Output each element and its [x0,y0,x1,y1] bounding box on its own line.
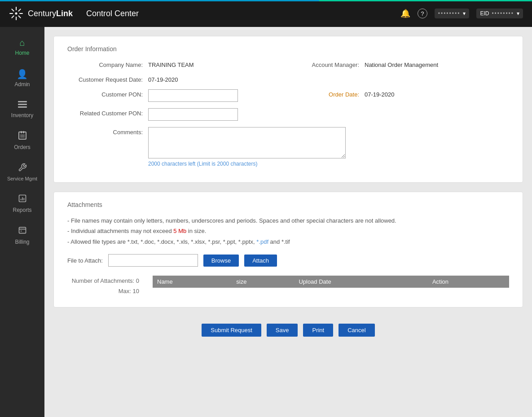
attachments-panel: Attachments - File names may contain onl… [53,192,523,307]
service-mgmt-icon [18,163,27,174]
sidebar-label-inventory: Inventory [11,112,33,119]
svg-rect-10 [18,104,27,105]
sidebar-label-reports: Reports [13,207,31,213]
svg-rect-12 [19,132,26,139]
content-area: Order Information Company Name: TRAINING… [44,27,532,417]
sidebar-label-home: Home [15,50,29,56]
sidebar-item-home[interactable]: ⌂ Home [0,31,44,62]
app-title: Control Center [86,9,139,18]
related-pon-label: Related Customer PON: [67,108,148,117]
svg-line-5 [12,9,13,11]
file-attach-row: File to Attach: Browse Attach [67,254,509,267]
file-to-attach-label: File to Attach: [67,257,103,264]
inventory-icon [18,100,27,110]
attachment-rule-3: - Allowed file types are *.txt, *.doc, *… [67,237,509,247]
sidebar-label-billing: Billing [15,239,29,245]
company-name-label: Company Name: [67,60,148,68]
attachments-table-section: Number of Attachments: 0 Max: 10 Name si… [67,276,509,298]
admin-icon: 👤 [17,69,28,79]
svg-rect-14 [23,131,24,133]
number-of-attachments: Number of Attachments: 0 [67,277,139,284]
order-date-label: Order Date: [293,89,365,98]
customer-pon-label: Customer PON: [67,89,148,98]
order-date-value: 07-19-2020 [365,89,395,98]
account-selector[interactable]: •••••••• ▾ [435,9,470,18]
attach-button[interactable]: Attach [244,255,277,267]
char-limit-text: 2000 characters left (Limit is 2000 char… [148,161,346,167]
billing-icon [18,226,27,237]
reports-icon [18,194,27,205]
eid-selector[interactable]: EID •••••••• ▾ [476,9,523,18]
col-upload-date: Upload Date [294,276,428,288]
company-name-value: TRAINING TEAM [148,60,194,68]
main-layout: ⌂ Home 👤 Admin Inventory [0,27,532,417]
customer-request-date-value: 07-19-2020 [148,75,178,83]
sidebar-label-service-mgmt: Service Mgmt [7,176,37,181]
submit-request-button[interactable]: Submit Request [202,324,261,337]
account-label: •••••••• [438,10,461,17]
cancel-button[interactable]: Cancel [339,324,374,337]
sidebar-item-reports[interactable]: Reports [0,188,44,219]
sidebar-item-service-mgmt[interactable]: Service Mgmt [0,157,44,188]
svg-point-0 [15,13,18,15]
related-pon-row: Related Customer PON: [67,108,509,121]
customer-request-date-label: Customer Request Date: [67,75,148,83]
col-action: Action [428,276,509,288]
order-info-title: Order Information [67,45,509,53]
help-icon[interactable]: ? [418,9,427,18]
attachment-rule-1: - File names may contain only letters, n… [67,215,509,226]
sidebar-item-billing[interactable]: Billing [0,219,44,251]
sidebar-label-admin: Admin [14,81,30,88]
order-info-panel: Order Information Company Name: TRAINING… [53,36,523,183]
account-chevron: ▾ [463,10,466,17]
sidebar-label-orders: Orders [14,144,31,150]
customer-pon-row: Customer PON: Order Date: 07-19-2020 [67,89,509,102]
eid-value: •••••••• [492,10,514,17]
company-name-row: Company Name: TRAINING TEAM Account Mana… [67,60,509,68]
sidebar-item-orders[interactable]: Orders [0,125,44,157]
comments-row: Comments: 2000 characters left (Limit is… [67,127,509,167]
svg-line-7 [18,9,20,11]
svg-rect-9 [18,101,27,102]
customer-request-date-row: Customer Request Date: 07-19-2020 [67,75,509,83]
browse-button[interactable]: Browse [203,255,239,267]
col-name: Name [153,276,232,288]
attachment-rules: - File names may contain only letters, n… [67,215,509,247]
svg-rect-21 [19,227,26,233]
attachments-title: Attachments [67,201,509,208]
eid-text: EID [480,10,489,17]
topbar-right: 🔔 ? •••••••• ▾ EID •••••••• ▾ [400,9,523,18]
svg-rect-11 [18,106,27,108]
home-icon: ⌂ [19,38,25,48]
centurylink-logo-icon [9,6,23,21]
eid-chevron: ▾ [517,10,519,17]
save-button[interactable]: Save [267,324,298,337]
col-size: size [232,276,294,288]
related-pon-input[interactable] [148,108,238,121]
print-button[interactable]: Print [303,324,333,337]
account-manager-label: Account Manager: [293,60,365,68]
progress-bar [0,0,532,1]
customer-pon-input[interactable] [148,89,238,102]
orders-icon [18,131,27,142]
pdf-highlight: *.pdf [256,238,268,245]
sidebar-item-inventory[interactable]: Inventory [0,94,44,125]
topbar: CenturyLink Control Center 🔔 ? •••••••• … [0,0,532,27]
svg-rect-13 [21,131,22,133]
file-to-attach-input[interactable] [108,254,198,267]
svg-line-8 [12,16,13,18]
sidebar-item-admin[interactable]: 👤 Admin [0,62,44,94]
attachment-rule-2: - Individual attachments may not exceed … [67,226,509,236]
comments-textarea[interactable] [148,127,346,158]
attachments-table: Name size Upload Date Action [153,276,509,288]
logo: CenturyLink [9,6,73,21]
logo-text: CenturyLink [28,9,73,18]
footer-buttons: Submit Request Save Print Cancel [53,316,523,344]
sidebar: ⌂ Home 👤 Admin Inventory [0,27,44,417]
size-highlight: 5 Mb [173,228,186,234]
svg-line-6 [18,16,20,18]
comments-label: Comments: [67,127,148,136]
account-manager-value: National Order Management [365,60,438,68]
bell-icon[interactable]: 🔔 [400,9,410,18]
max-label: Max: 10 [67,288,139,294]
